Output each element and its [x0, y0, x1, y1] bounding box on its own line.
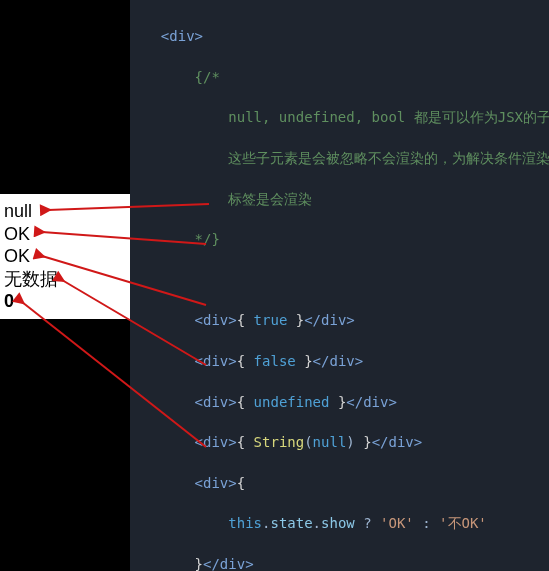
tag: </div> [313, 353, 364, 369]
null-literal: null [313, 434, 347, 450]
tag: <div> [195, 353, 237, 369]
output-line: 无数据 [4, 268, 126, 291]
tag: </div> [304, 312, 355, 328]
tag: <div> [195, 475, 237, 491]
render-output-box: null OK OK 无数据 0 [0, 194, 130, 319]
comment-open: {/* [195, 69, 220, 85]
output-line: OK [4, 245, 126, 268]
fn-call: String [254, 434, 305, 450]
comment-close: */} [195, 231, 220, 247]
tag: <div> [195, 312, 237, 328]
tag: </div> [203, 556, 254, 571]
tag: <div> [195, 394, 237, 410]
tag: </div> [372, 434, 423, 450]
comment-line: null, undefined, bool 都是可以作为JSX的子元素 [228, 109, 549, 125]
tag: <div> [195, 434, 237, 450]
output-line: null [4, 200, 126, 223]
output-line: OK [4, 223, 126, 246]
code-editor: <div> {/* null, undefined, bool 都是可以作为JS… [130, 0, 549, 571]
tag: </div> [346, 394, 397, 410]
comment-line: 这些子元素是会被忽略不会渲染的，为解决条件渲染的问题 [228, 150, 549, 166]
tag-open: <div> [161, 28, 203, 44]
output-line: 0 [4, 290, 126, 313]
comment-line: 标签是会渲染 [228, 191, 312, 207]
